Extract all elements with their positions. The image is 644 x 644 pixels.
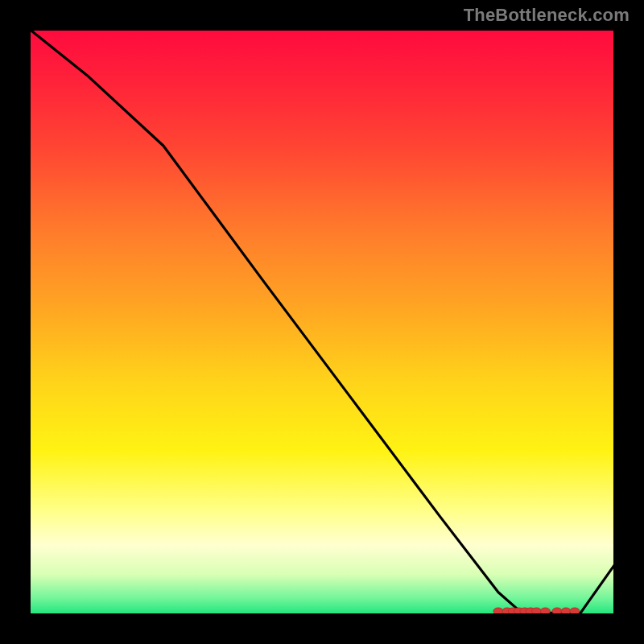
line-series bbox=[28, 28, 616, 613]
marker-dot bbox=[540, 608, 550, 614]
marker-dot bbox=[532, 608, 542, 614]
chart-frame: TheBottleneck.com bbox=[0, 0, 644, 644]
watermark-text: TheBottleneck.com bbox=[464, 5, 630, 26]
plot-area bbox=[28, 28, 616, 616]
marker-dot bbox=[493, 608, 503, 614]
marker-cluster bbox=[493, 608, 580, 614]
chart-svg bbox=[28, 28, 616, 616]
marker-dot bbox=[570, 608, 580, 614]
marker-dot bbox=[561, 608, 571, 614]
marker-dot bbox=[552, 608, 562, 614]
